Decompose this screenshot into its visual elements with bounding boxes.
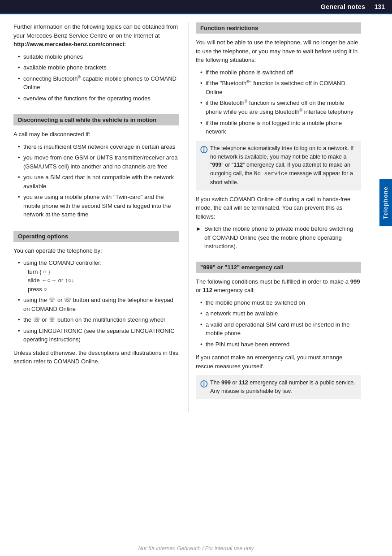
list-item: the mobile phone must be switched on <box>200 298 361 307</box>
info-box-1: ⓘ The telephone automatically tries to l… <box>196 141 361 190</box>
right-column: Function restrictions You will not be ab… <box>189 14 375 412</box>
operating-footer: Unless stated otherwise, the description… <box>13 349 179 366</box>
arrow-symbol: ► <box>196 224 202 251</box>
list-item: if the "Bluetooth®" function is switched… <box>200 79 361 96</box>
info-text-1: The telephone automatically tries to log… <box>210 144 357 187</box>
info-icon-2: ⓘ <box>200 379 207 396</box>
url-text: http://www.mercedes-benz.com/connect <box>13 41 125 47</box>
switch-intro: If you switch COMAND Online off during a… <box>196 195 361 221</box>
spacer <box>13 107 179 114</box>
left-column: Further information on the following top… <box>0 14 188 412</box>
list-item: a valid and operational SIM card must be… <box>200 320 361 338</box>
list-item: using LINGUATRONIC (see the separate LIN… <box>18 327 179 344</box>
header-title: General notes <box>321 3 366 10</box>
list-item: there is insufficient GSM network covera… <box>18 142 179 151</box>
header-bar: General notes 131 <box>0 0 392 13</box>
emergency-header: "999" or "112" emergency call <box>196 262 361 273</box>
list-item: a network must be available <box>200 309 361 318</box>
emergency-bullets: the mobile phone must be switched on a n… <box>196 298 361 349</box>
spacer <box>196 254 361 262</box>
list-item: you are using a mobile phone with "Twin-… <box>18 193 179 219</box>
operating-intro: You can operate the telephone by: <box>13 246 179 255</box>
list-item: connecting Bluetooth®-capable mobile pho… <box>18 74 179 92</box>
url-suffix: : <box>125 41 126 47</box>
intro-bullets: suitable mobile phones available mobile … <box>13 52 179 103</box>
list-item: available mobile phone brackets <box>18 63 179 72</box>
sidebar-tab: Telephone <box>379 179 392 226</box>
function-header: Function restrictions <box>196 22 361 34</box>
disconnecting-header: Disconnecting a call while the vehicle i… <box>13 114 179 125</box>
info-box-2: ⓘ The 999 or 112 emergency call number i… <box>196 375 361 399</box>
list-item: the PIN must have been entered <box>200 340 361 349</box>
info-icon: ⓘ <box>200 145 207 187</box>
list-item: the ☏ or ☏ button on the multifunction s… <box>18 315 179 324</box>
main-content: Further information on the following top… <box>0 14 392 412</box>
intro-paragraph: Further information on the following top… <box>13 22 179 49</box>
list-item: if the mobile phone is not logged into a… <box>200 119 361 136</box>
disconnecting-bullets: there is insufficient GSM network covera… <box>13 142 179 219</box>
page-number: 131 <box>375 3 385 10</box>
arrow-item: ► Switch the mobile phone to private mod… <box>196 224 361 251</box>
list-item: using the ☏ or ☏ button and using the te… <box>18 296 179 313</box>
list-item: suitable mobile phones <box>18 52 179 61</box>
arrow-text: Switch the mobile phone to private mode … <box>204 224 361 251</box>
list-item: if the mobile phone is switched off <box>200 68 361 77</box>
list-item: you move from one GSM or UMTS transmitte… <box>18 153 179 171</box>
operating-header: Operating options <box>13 231 179 242</box>
spacer <box>13 224 179 231</box>
list-item: using the COMAND controller: turn { ○ } … <box>18 259 179 293</box>
function-bullets: if the mobile phone is switched off if t… <box>196 68 361 136</box>
list-item: if the Bluetooth® function is switched o… <box>200 99 361 116</box>
footer: Nur für internen Gebrauch / For internal… <box>0 545 392 552</box>
disconnecting-intro: A call may be disconnected if: <box>13 130 179 139</box>
intro-text: Further information on the following top… <box>13 23 178 39</box>
emergency-text: If you cannot make an emergency call, yo… <box>196 353 361 371</box>
footer-text: Nur für internen Gebrauch / For internal… <box>138 545 254 552</box>
list-item: overview of the functions for the operat… <box>18 94 179 103</box>
info-text-2: The 999 or 112 emergency call number is … <box>210 379 357 396</box>
function-intro: You will not be able to use the telephon… <box>196 38 361 65</box>
list-item: you use a SIM card that is not compatibl… <box>18 173 179 190</box>
operating-bullets: using the COMAND controller: turn { ○ } … <box>13 259 179 344</box>
emergency-intro: The following conditions must be fulfill… <box>196 277 361 295</box>
